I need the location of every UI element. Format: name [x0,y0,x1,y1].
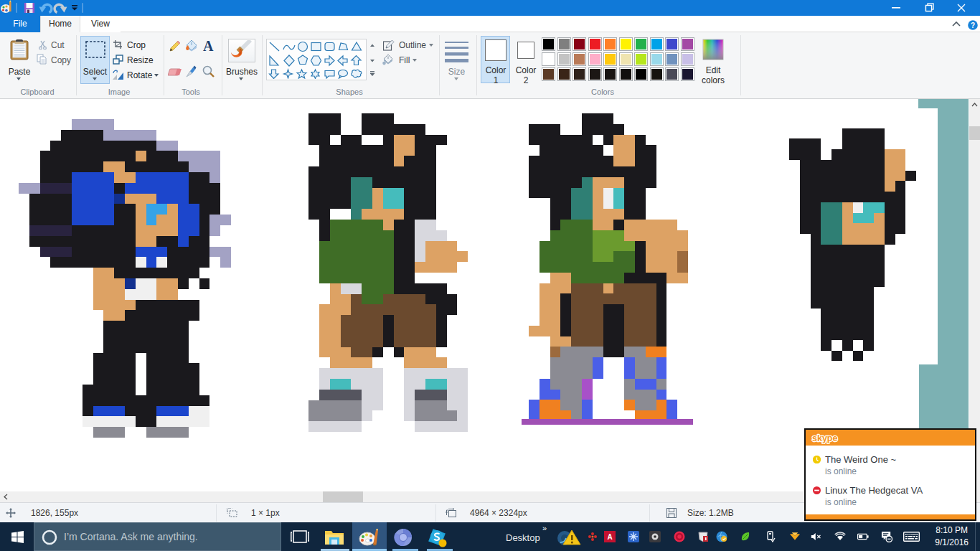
svg-text:A: A [607,533,612,541]
svg-text:skype: skype [812,433,837,443]
svg-text:?: ? [971,22,975,29]
